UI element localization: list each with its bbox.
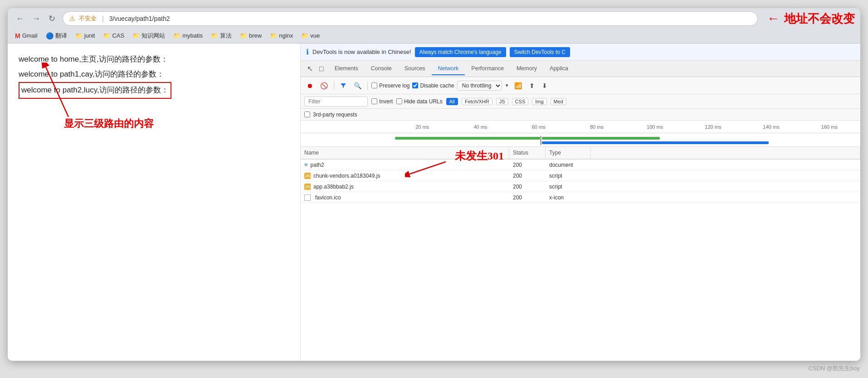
td-rest-favicon xyxy=(591,192,860,203)
bookmark-algorithm[interactable]: 📁 算法 xyxy=(207,31,235,41)
td-status-vendors: 200 xyxy=(509,170,546,181)
annotation-arrow-up xyxy=(41,63,78,123)
bookmark-mybatis[interactable]: 📁 mybatis xyxy=(170,31,206,40)
timeline-ruler: 20 ms 40 ms 60 ms 80 ms 100 ms 120 ms 14… xyxy=(391,124,860,130)
switch-devtools-button[interactable]: Switch DevTools to C xyxy=(510,47,570,57)
folder-icon-algorithm: 📁 xyxy=(211,32,218,39)
td-rest-vendors xyxy=(591,170,860,181)
ruler-mark-60: 60 ms xyxy=(510,124,568,130)
bookmark-gmail-label: Gmail xyxy=(22,32,38,39)
timeline-bars xyxy=(301,133,860,147)
cursor-tool-icon[interactable]: ↖ xyxy=(304,63,316,74)
hide-data-urls-checkbox[interactable]: Hide data URLs xyxy=(396,98,443,105)
filter-type-css[interactable]: CSS xyxy=(512,98,529,105)
td-type-vendors: script xyxy=(546,170,591,181)
back-button[interactable]: ← xyxy=(13,12,27,25)
throttle-dropdown-icon: ▼ xyxy=(505,83,509,88)
td-status-favicon: 200 xyxy=(509,192,546,203)
forward-button[interactable]: → xyxy=(29,12,43,25)
th-rest xyxy=(591,147,860,159)
download-icon-btn[interactable]: ⬇ xyxy=(540,81,550,91)
watermark: CSDN @凯先生boy xyxy=(808,364,860,373)
tab-memory[interactable]: Memory xyxy=(510,63,543,75)
disable-cache-input[interactable] xyxy=(412,82,418,88)
ruler-mark-80: 80 ms xyxy=(568,124,626,130)
bookmark-nginx[interactable]: 📁 nginx xyxy=(266,31,297,40)
filter-type-js[interactable]: JS xyxy=(496,98,508,105)
third-party-checkbox[interactable] xyxy=(304,111,310,117)
filter-input[interactable] xyxy=(304,97,368,107)
td-name-path2: ≡ path2 xyxy=(301,160,509,170)
address-bar[interactable]: ⚠ 不安全 | 3/vuecay/path1/path2 xyxy=(63,11,758,26)
bookmark-mybatis-label: mybatis xyxy=(182,32,203,39)
preserve-log-checkbox[interactable]: Preserve log xyxy=(371,82,410,89)
invert-checkbox[interactable]: Invert xyxy=(371,98,393,105)
td-type-favicon: x-icon xyxy=(546,192,591,203)
record-button[interactable]: ⏺ xyxy=(304,81,315,91)
info-icon: ℹ xyxy=(306,48,309,56)
address-annotation: 地址不会改变 xyxy=(784,11,855,27)
filter-type-fetch-xhr[interactable]: Fetch/XHR xyxy=(462,98,493,105)
ruler-mark-140: 140 ms xyxy=(742,124,800,130)
filter-type-img[interactable]: Img xyxy=(532,98,546,105)
wifi-icon-btn[interactable]: 📶 xyxy=(512,81,524,91)
filter-type-media[interactable]: Med xyxy=(551,98,566,105)
page-content: welcome to home,主页,访问的路径的参数： welcome to … xyxy=(8,44,300,361)
invert-input[interactable] xyxy=(371,98,377,104)
timeline-bar-blue xyxy=(542,141,769,144)
annotation-text: 显示三级路由的内容 xyxy=(64,117,289,131)
bookmark-vue-label: vue xyxy=(310,32,320,39)
content-area: welcome to home,主页,访问的路径的参数： welcome to … xyxy=(8,44,860,361)
bookmark-junit[interactable]: 📁 junit xyxy=(72,31,99,40)
disable-cache-checkbox[interactable]: Disable cache xyxy=(412,82,454,89)
folder-icon-nginx: 📁 xyxy=(270,32,277,39)
throttle-select[interactable]: No throttling xyxy=(457,81,502,91)
tab-application[interactable]: Applica xyxy=(543,63,575,75)
filter-type-all[interactable]: All xyxy=(446,98,458,105)
bookmarks-bar: M Gmail 🔵 翻译 📁 junit 📁 CAS 📁 知识网站 📁 m xyxy=(8,29,860,44)
svg-line-1 xyxy=(46,67,68,117)
filter-icon-btn[interactable] xyxy=(338,81,349,90)
th-status: Status xyxy=(509,147,546,159)
bookmark-brew[interactable]: 📁 brew xyxy=(236,31,265,40)
folder-icon-cas: 📁 xyxy=(103,32,110,39)
ruler-mark-160: 160 ms xyxy=(800,124,858,130)
bookmark-translate[interactable]: 🔵 翻译 xyxy=(42,31,71,41)
bookmark-cas[interactable]: 📁 CAS xyxy=(99,31,128,40)
disable-cache-label: Disable cache xyxy=(420,82,454,89)
always-match-button[interactable]: Always match Chrome's language xyxy=(415,47,506,57)
tab-performance[interactable]: Performance xyxy=(465,63,510,75)
bookmark-gmail[interactable]: M Gmail xyxy=(11,31,41,40)
preserve-log-input[interactable] xyxy=(371,82,377,88)
tab-elements[interactable]: Elements xyxy=(328,63,365,75)
warning-icon: ⚠ xyxy=(69,15,75,22)
table-row[interactable]: ≡ path2 200 document xyxy=(301,160,860,170)
tab-console[interactable]: Console xyxy=(365,63,398,75)
table-row[interactable]: favicon.ico 200 x-icon xyxy=(301,192,860,203)
search-icon-btn[interactable]: 🔍 xyxy=(351,81,364,91)
table-row[interactable]: JS app.a38bbab2.js 200 script xyxy=(301,181,860,192)
js-icon-vendors: JS xyxy=(304,173,311,179)
tab-sources[interactable]: Sources xyxy=(398,63,432,75)
bookmark-algorithm-label: 算法 xyxy=(220,32,232,40)
not-secure-label: 不安全 xyxy=(79,15,97,23)
upload-icon-btn[interactable]: ⬆ xyxy=(527,81,537,91)
reload-button[interactable]: ↻ xyxy=(46,12,58,25)
file-name-chunk-vendors: chunk-vendors.a0183049.js xyxy=(313,173,380,179)
bookmark-vue[interactable]: 📁 vue xyxy=(297,31,323,40)
stop-button[interactable]: 🚫 xyxy=(318,81,330,91)
hide-data-urls-input[interactable] xyxy=(396,98,402,104)
devtools-info-bar: ℹ DevTools is now available in Chinese! … xyxy=(301,44,860,61)
tab-network[interactable]: Network xyxy=(432,63,465,75)
ruler-mark-40: 40 ms xyxy=(451,124,509,130)
table-row[interactable]: JS chunk-vendors.a0183049.js 200 script xyxy=(301,170,860,181)
folder-icon-vue: 📁 xyxy=(301,32,308,39)
third-party-bar: 3rd-party requests xyxy=(301,109,860,121)
inspect-icon[interactable]: □ xyxy=(317,64,327,74)
address-arrow: ← xyxy=(767,11,780,26)
network-table: 未发生301 N xyxy=(301,147,860,361)
toolbar-separator-1 xyxy=(334,82,334,90)
hide-data-urls-label: Hide data URLs xyxy=(404,98,443,105)
devtools-panel: ℹ DevTools is now available in Chinese! … xyxy=(300,44,860,361)
bookmark-knowledge[interactable]: 📁 知识网站 xyxy=(129,31,169,41)
